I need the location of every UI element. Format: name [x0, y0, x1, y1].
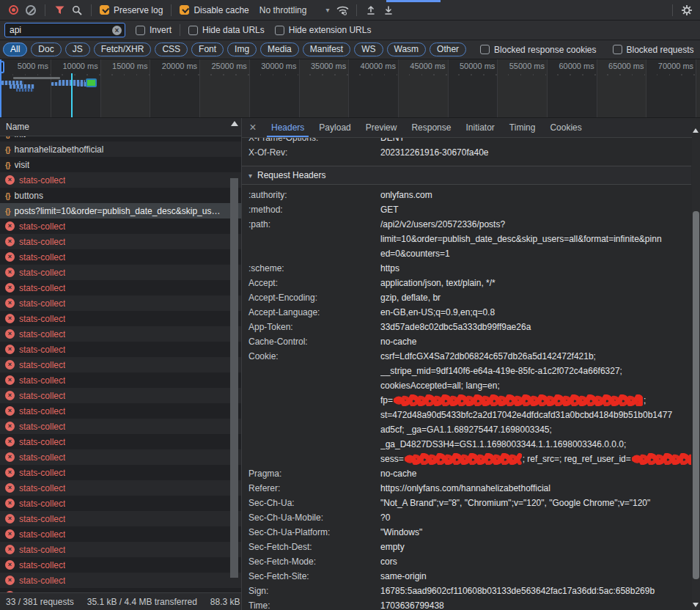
type-filter-pill-js[interactable]: JS — [65, 43, 90, 56]
export-har-icon[interactable] — [380, 1, 397, 19]
checkbox-checked[interactable] — [100, 5, 109, 15]
filter-input-box[interactable]: × — [4, 23, 125, 37]
request-row[interactable]: ×stats-collect — [0, 403, 241, 419]
request-row[interactable]: {}hannahelizabethofficial — [0, 142, 241, 157]
request-row[interactable]: {}init — [0, 136, 241, 142]
request-name: stats-collect — [19, 237, 65, 247]
request-row[interactable]: ×stats-collect — [0, 480, 241, 496]
request-row[interactable]: ×stats-collect — [0, 357, 241, 372]
request-row[interactable]: {}buttons — [0, 188, 241, 203]
request-row[interactable]: ×stats-collect — [0, 326, 241, 342]
request-headers-section-header[interactable]: ▾Request Headers — [242, 166, 691, 185]
type-filter-pill-manifest[interactable]: Manifest — [303, 43, 350, 56]
hide-extension-urls-checkbox[interactable]: Hide extension URLs — [275, 25, 372, 35]
request-list-scrollbar[interactable] — [229, 118, 240, 592]
tab-preview[interactable]: Preview — [358, 118, 405, 137]
network-overview-timeline[interactable]: 5000 ms10000 ms15000 ms20000 ms25000 ms3… — [0, 59, 700, 118]
details-scrollbar[interactable] — [692, 118, 700, 610]
clear-button[interactable] — [22, 1, 40, 19]
overview-range-handle[interactable] — [0, 61, 4, 73]
tab-cookies[interactable]: Cookies — [542, 118, 589, 137]
import-har-icon[interactable] — [362, 1, 380, 19]
request-row[interactable]: {}posts?limit=10&order=publish_date_desc… — [0, 203, 241, 218]
scrollbar-thumb[interactable] — [693, 211, 699, 579]
type-filter-pill-all[interactable]: All — [3, 43, 27, 56]
request-row[interactable]: ×stats-collect — [0, 372, 241, 388]
request-row[interactable]: ×stats-collect — [0, 249, 241, 265]
header-row: Cookie:csrf=LdfcGX4Sa72db06824c657db26a5… — [242, 349, 691, 466]
request-row[interactable]: ×stats-collect — [0, 542, 241, 557]
error-icon: × — [5, 175, 15, 185]
request-row[interactable]: ×stats-collect — [0, 434, 241, 449]
tab-payload[interactable]: Payload — [312, 118, 358, 137]
json-file-icon: {} — [5, 191, 10, 200]
close-icon[interactable]: × — [242, 118, 264, 137]
request-row[interactable]: ×stats-collect — [0, 573, 241, 588]
request-row[interactable]: ×stats-collect — [0, 511, 241, 526]
request-row[interactable]: ×stats-collect — [0, 218, 241, 234]
tab-headers[interactable]: Headers — [264, 118, 312, 137]
tab-initiator[interactable]: Initiator — [458, 118, 501, 137]
request-row[interactable]: ×stats-collect — [0, 557, 241, 573]
preserve-log-checkbox[interactable]: Preserve log — [100, 5, 163, 15]
hide-data-urls-checkbox[interactable]: Hide data URLs — [188, 25, 265, 35]
request-row[interactable]: ×stats-collect — [0, 465, 241, 480]
request-row[interactable]: ×stats-collect — [0, 526, 241, 542]
checkbox[interactable] — [275, 26, 284, 35]
checkbox[interactable] — [136, 26, 145, 35]
request-row[interactable]: ×stats-collect — [0, 449, 241, 465]
tab-response[interactable]: Response — [404, 118, 458, 137]
request-row[interactable]: ×stats-collect — [0, 295, 241, 311]
type-filter-pill-wasm[interactable]: Wasm — [387, 43, 427, 56]
request-row[interactable]: ×stats-collect — [0, 311, 241, 326]
request-list: {}init{}hannahelizabethofficial{}visit×s… — [0, 136, 241, 592]
name-column-header[interactable]: Name — [0, 118, 241, 136]
request-row[interactable]: ×stats-collect — [0, 280, 241, 295]
checkbox[interactable] — [480, 45, 490, 54]
type-filter-pill-ws[interactable]: WS — [354, 43, 383, 56]
type-filter-pill-font[interactable]: Font — [191, 43, 224, 56]
header-value-text: ?0 — [380, 510, 390, 525]
checkbox[interactable] — [188, 26, 198, 35]
request-row[interactable]: ×stats-collect — [0, 419, 241, 434]
request-row[interactable]: ×stats-collect — [0, 342, 241, 357]
network-conditions-icon[interactable] — [334, 1, 351, 19]
timeline-tick-label: 15000 ms — [112, 62, 147, 70]
request-row[interactable]: ×stats-collect — [0, 265, 241, 280]
scroll-down-arrow[interactable] — [693, 603, 699, 607]
type-filter-pill-other[interactable]: Other — [430, 43, 466, 56]
timeline-tick-label: 70000 ms — [658, 62, 693, 70]
type-filter-pill-fetch-xhr[interactable]: Fetch/XHR — [94, 43, 152, 56]
record-button[interactable] — [4, 1, 22, 19]
filter-icon[interactable] — [51, 1, 68, 19]
timeline-column — [696, 59, 700, 117]
request-row[interactable]: ×stats-collect — [0, 234, 241, 249]
type-filter-pill-img[interactable]: Img — [227, 43, 257, 56]
details-tabbar: × HeadersPayloadPreviewResponseInitiator… — [242, 118, 700, 138]
filter-checkbox-blocked-response-cookies[interactable]: Blocked response cookies — [480, 45, 596, 55]
type-filter-pill-media[interactable]: Media — [260, 43, 299, 56]
search-icon[interactable] — [68, 1, 86, 19]
settings-gear-icon[interactable] — [678, 1, 696, 19]
filter-input[interactable] — [10, 25, 112, 35]
request-row[interactable]: ×stats-collect — [0, 388, 241, 403]
request-row[interactable]: ×stats-collect — [0, 172, 241, 188]
scroll-up-arrow[interactable] — [693, 128, 699, 133]
invert-checkbox[interactable]: Invert — [136, 25, 172, 35]
type-filter-pill-css[interactable]: CSS — [155, 43, 188, 56]
scrollbar-thumb[interactable] — [230, 178, 238, 578]
header-value: csrf=LdfcGX4Sa72db06824c657db26a5d142472… — [380, 349, 691, 466]
checkbox-checked[interactable] — [180, 5, 189, 15]
clear-filter-icon[interactable]: × — [112, 26, 122, 35]
checkbox[interactable] — [613, 45, 622, 54]
disable-cache-checkbox[interactable]: Disable cache — [180, 5, 248, 15]
tab-timing[interactable]: Timing — [502, 118, 543, 137]
header-name: Sec-Ch-Ua-Mobile: — [242, 510, 380, 525]
throttling-dropdown[interactable]: No throttling ▾ — [259, 5, 330, 15]
filter-checkbox-blocked-requests[interactable]: Blocked requests — [613, 45, 694, 55]
request-row[interactable]: ×stats-collect — [0, 496, 241, 511]
scroll-up-arrow[interactable] — [231, 121, 238, 126]
header-value-text: 1703636799438 — [380, 598, 444, 610]
type-filter-pill-doc[interactable]: Doc — [31, 43, 61, 56]
request-row[interactable]: {}visit — [0, 157, 241, 172]
